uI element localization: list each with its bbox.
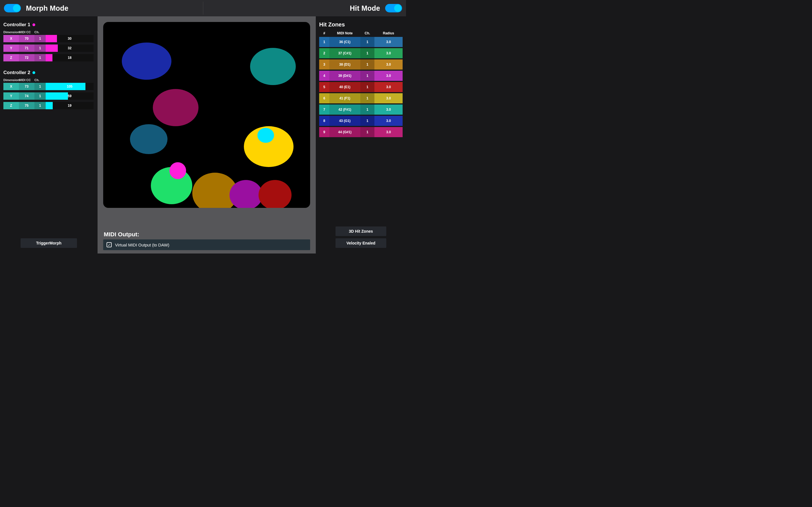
zone-channel[interactable]: 1 [360,116,374,126]
zone-radius[interactable]: 3.0 [374,82,403,92]
hit-mode-title: Hit Mode [350,4,380,12]
controller-row-z[interactable]: Z75119 [3,102,94,109]
zone-channel[interactable]: 1 [360,105,374,115]
midi-output-row[interactable]: ✓ Virtual MIDI Output (to DAW) [103,239,310,250]
zone-channel[interactable]: 1 [360,59,374,69]
zone-ellipse[interactable] [153,89,198,126]
zone-number: 4 [319,71,329,81]
zone-note[interactable]: 42 (F#1) [329,105,360,115]
zone-note[interactable]: 43 (G1) [329,116,360,126]
zone-note[interactable]: 39 (D#1) [329,71,360,81]
midi-output-checkbox[interactable]: ✓ [107,242,112,247]
zone-radius[interactable]: 3.0 [374,93,403,103]
controller-row-y[interactable]: Y71132 [3,45,94,52]
controller-1: Controller 1DimensionMIDI CCCh.X70130Y71… [3,22,94,61]
controller-row-z[interactable]: Z72118 [3,54,94,61]
channel-cell[interactable]: 1 [35,93,46,100]
zone-ellipse[interactable] [169,162,186,179]
zone-ellipse[interactable] [250,48,296,85]
zone-radius[interactable]: 3.0 [374,105,403,115]
zone-note[interactable]: 36 (C1) [329,37,360,47]
zone-number: 6 [319,93,329,103]
zone-ellipse[interactable] [130,124,167,154]
midi-cc-cell[interactable]: 74 [19,93,35,100]
zone-radius[interactable]: 3.0 [374,71,403,81]
value-slider[interactable]: 18 [46,54,94,61]
zone-channel[interactable]: 1 [360,93,374,103]
value-slider[interactable]: 59 [46,93,94,100]
morph-mode-toggle[interactable] [4,4,21,12]
midi-cc-cell[interactable]: 75 [19,102,35,109]
zone-ellipse[interactable] [257,128,274,143]
midi-cc-cell[interactable]: 72 [19,54,35,61]
hit-zone-row-7[interactable]: 742 (F#1)13.0 [319,105,403,115]
zone-number: 5 [319,82,329,92]
morph-mode-title: Morph Mode [26,4,68,12]
zone-note[interactable]: 40 (E1) [329,82,360,92]
zone-note[interactable]: 41 (F1) [329,93,360,103]
visualizer[interactable] [103,22,310,208]
channel-cell[interactable]: 1 [35,35,46,42]
controller-row-x[interactable]: X70130 [3,35,94,42]
zone-note[interactable]: 44 (G#1) [329,127,360,137]
hit-mode-toggle[interactable] [385,4,402,12]
zone-radius[interactable]: 3.0 [374,37,403,47]
channel-cell[interactable]: 1 [35,102,46,109]
channel-cell[interactable]: 1 [35,54,46,61]
zone-number: 3 [319,59,329,69]
value-slider[interactable]: 32 [46,45,94,52]
zone-note[interactable]: 37 (C#1) [329,48,360,58]
hit-zone-row-9[interactable]: 944 (G#1)13.0 [319,127,403,137]
hit-zone-row-8[interactable]: 843 (G1)13.0 [319,116,403,126]
controller-row-y[interactable]: Y74159 [3,93,94,100]
controller-2: Controller 2DimensionMIDI CCCh.X731105Y7… [3,70,94,109]
zone-note[interactable]: 38 (D1) [329,59,360,69]
zone-channel[interactable]: 1 [360,71,374,81]
zone-radius[interactable]: 3.0 [374,59,403,69]
center-panel: MIDI Output: ✓ Virtual MIDI Output (to D… [98,16,316,253]
zone-channel[interactable]: 1 [360,82,374,92]
zone-ellipse[interactable] [259,180,292,208]
header: Morph Mode Hit Mode [0,0,406,16]
dimension-cell: Y [3,93,19,100]
zone-channel[interactable]: 1 [360,127,374,137]
zone-ellipse[interactable] [122,43,171,80]
zone-channel[interactable]: 1 [360,37,374,47]
col-midi-note: MIDI Note [329,31,360,35]
col-radius: Radius [374,31,403,35]
midi-output-label: Virtual MIDI Output (to DAW) [115,242,169,247]
controller-columns: DimensionMIDI CCCh. [3,31,94,34]
col-channel: Ch. [360,31,374,35]
controller-columns: DimensionMIDI CCCh. [3,78,94,82]
hit-zone-row-4[interactable]: 439 (D#1)13.0 [319,71,403,81]
hit-zones-title: Hit Zones [319,21,403,28]
hit-zone-row-5[interactable]: 540 (E1)13.0 [319,82,403,92]
zone-channel[interactable]: 1 [360,48,374,58]
trigger-morph-button[interactable]: TriggerMorph [20,238,77,248]
zone-radius[interactable]: 3.0 [374,127,403,137]
channel-cell[interactable]: 1 [35,83,46,90]
hit-zone-row-1[interactable]: 136 (C1)13.0 [319,37,403,47]
dimension-cell: X [3,35,19,42]
controller-title: Controller 1 [3,22,94,27]
zone-radius[interactable]: 3.0 [374,116,403,126]
zone-ellipse[interactable] [230,180,262,208]
midi-cc-cell[interactable]: 71 [19,45,35,52]
value-slider[interactable]: 19 [46,102,94,109]
dimension-cell: Z [3,54,19,61]
zone-number: 2 [319,48,329,58]
channel-cell[interactable]: 1 [35,45,46,52]
hit-zone-row-3[interactable]: 338 (D1)13.0 [319,59,403,69]
3d-hit-zones-button[interactable]: 3D Hit Zones [336,226,386,236]
value-slider[interactable]: 105 [46,83,94,90]
midi-cc-cell[interactable]: 73 [19,83,35,90]
midi-output-title: MIDI Output: [104,231,310,238]
hit-zone-row-2[interactable]: 237 (C#1)13.0 [319,48,403,58]
dimension-cell: X [3,83,19,90]
velocity-enabled-button[interactable]: Velocity Enaled [336,238,386,248]
value-slider[interactable]: 30 [46,35,94,42]
zone-radius[interactable]: 3.0 [374,48,403,58]
midi-cc-cell[interactable]: 70 [19,35,35,42]
hit-zone-row-6[interactable]: 641 (F1)13.0 [319,93,403,103]
controller-row-x[interactable]: X731105 [3,83,94,90]
